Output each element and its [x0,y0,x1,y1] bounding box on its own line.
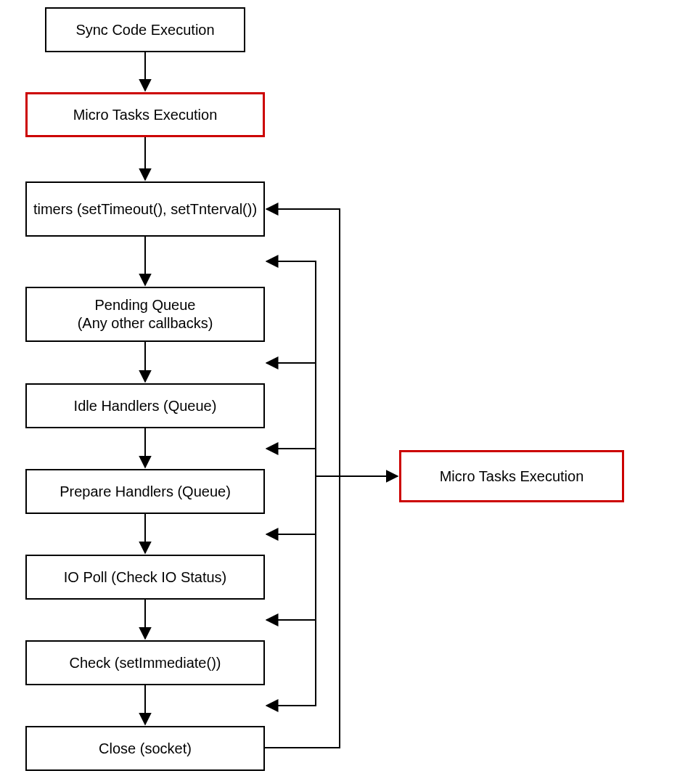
node-micro2: Micro Tasks Execution [399,450,624,502]
node-check-label: Check (setImmediate()) [70,654,221,672]
node-pending: Pending Queue(Any other callbacks) [25,287,265,342]
node-io: IO Poll (Check IO Status) [25,555,265,600]
node-timers-label: timers (setTimeout(), setTnterval()) [33,200,257,219]
node-check: Check (setImmediate()) [25,640,265,685]
node-close: Close (socket) [25,726,265,771]
node-micro1: Micro Tasks Execution [25,92,265,137]
node-close-label: Close (socket) [99,740,192,758]
node-timers: timers (setTimeout(), setTnterval()) [25,181,265,237]
node-micro2-label: Micro Tasks Execution [440,467,584,486]
node-idle: Idle Handlers (Queue) [25,383,265,428]
flowchart-stage: Sync Code Execution Micro Tasks Executio… [0,0,680,784]
node-sync-label: Sync Code Execution [75,21,214,39]
node-prepare: Prepare Handlers (Queue) [25,469,265,514]
node-pending-label: Pending Queue(Any other callbacks) [78,296,213,332]
node-idle-label: Idle Handlers (Queue) [74,397,217,415]
node-prepare-label: Prepare Handlers (Queue) [60,483,231,501]
node-micro1-label: Micro Tasks Execution [73,106,218,124]
node-io-label: IO Poll (Check IO Status) [64,568,227,587]
node-sync: Sync Code Execution [45,7,245,52]
